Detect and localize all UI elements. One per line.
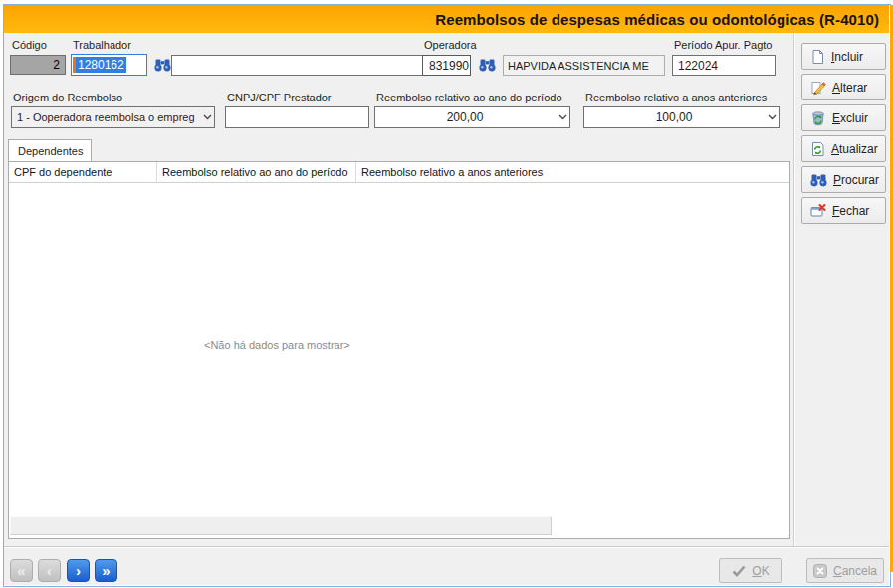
cnpj-label: CNPJ/CPF Prestador (227, 92, 332, 103)
chevron-down-icon (203, 114, 214, 120)
operadora-search-button[interactable] (478, 57, 496, 73)
operadora-field[interactable]: 831990 (422, 55, 471, 76)
incluir-button[interactable]: Incluir (801, 43, 886, 70)
reembolso-periodo-label: Reembolso relativo ao ano do período (376, 92, 562, 103)
codigo-field: 2 (10, 55, 66, 75)
alterar-button[interactable]: Alterar (801, 74, 886, 100)
trabalhador-name-field[interactable] (171, 55, 423, 76)
refresh-icon (810, 141, 825, 157)
reembolso-anteriores-label: Reembolso relativo a anos anteriores (585, 92, 767, 103)
window-titlebar: Reembolsos de despesas médicas ou odonto… (4, 5, 889, 33)
excluir-button[interactable]: Excluir (801, 104, 886, 131)
binoculars-icon (810, 173, 827, 187)
fechar-button[interactable]: Fechar (801, 197, 886, 224)
app-window: Reembolsos de despesas médicas ou odonto… (0, 0, 893, 588)
reembolso-anteriores-field[interactable]: 100,00 (583, 106, 780, 128)
previous-record-icon: ‹ (47, 563, 52, 578)
chevron-down-icon (768, 114, 779, 120)
close-window-icon (810, 203, 826, 218)
trabalhador-field[interactable]: 1280162 (71, 54, 147, 76)
trabalhador-value: 1280162 (76, 57, 126, 73)
cancel-x-icon (813, 564, 827, 578)
cnpj-field[interactable] (225, 106, 369, 128)
binoculars-icon (479, 58, 496, 72)
operadora-name-field: HAPVIDA ASSISTENCIA ME (503, 55, 665, 76)
next-record-icon: › (76, 563, 81, 578)
grid-column-header-cpf[interactable]: CPF do dependente (9, 162, 157, 182)
grid-column-header-ano-periodo[interactable]: Reembolso relativo ao ano do período (157, 162, 356, 182)
empty-state-message: <Não há dados para mostrar> (204, 339, 350, 351)
origem-label: Origem do Reembolso (13, 92, 122, 103)
horizontal-scrollbar-thumb[interactable] (10, 516, 552, 535)
last-record-icon: » (102, 563, 110, 578)
delete-bin-icon (810, 110, 826, 126)
checkmark-icon (732, 565, 746, 577)
nav-previous-button[interactable]: ‹ (38, 559, 61, 582)
periodo-label: Período Apur. Pagto (674, 39, 772, 51)
first-record-icon: « (17, 563, 25, 578)
reembolso-periodo-field[interactable]: 200,00 (374, 106, 570, 128)
footer-divider (4, 546, 889, 548)
codigo-label: Código (12, 39, 47, 51)
nav-last-button[interactable]: » (95, 559, 117, 582)
binoculars-icon (154, 58, 171, 72)
origem-combobox[interactable]: 1 - Ooperadora reembolsa o empreg (11, 106, 215, 128)
ok-button[interactable]: OK (719, 558, 782, 583)
grid-column-header-anos-anteriores[interactable]: Reembolso relativo a anos anteriores (356, 162, 789, 182)
nav-first-button[interactable]: « (10, 559, 33, 582)
new-document-icon (810, 49, 825, 65)
chevron-down-icon (558, 114, 569, 120)
operadora-label: Operadora (424, 39, 477, 51)
window-title: Reembolsos de despesas médicas ou odonto… (435, 11, 879, 28)
procurar-button[interactable]: Procurar (801, 166, 886, 193)
atualizar-button[interactable]: Atualizar (801, 135, 886, 162)
grid-header-row: CPF do dependente Reembolso relativo ao … (9, 162, 789, 183)
sidebar-divider (793, 33, 795, 547)
cancel-button[interactable]: Cancela (806, 558, 884, 583)
trabalhador-label: Trabalhador (73, 39, 131, 51)
trabalhador-search-button[interactable] (153, 57, 171, 73)
tab-dependentes[interactable]: Dependentes (8, 139, 92, 161)
edit-pencil-icon (810, 80, 826, 96)
nav-next-button[interactable]: › (67, 559, 90, 582)
periodo-field[interactable]: 122024 (672, 55, 776, 76)
dependentes-grid: CPF do dependente Reembolso relativo ao … (8, 161, 790, 539)
